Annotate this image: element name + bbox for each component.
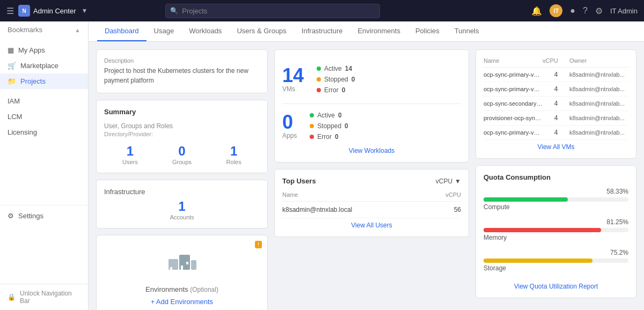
bookmarks-header[interactable]: Bookmarks ▲	[0, 21, 88, 38]
view-all-vms-link[interactable]: View All VMs	[484, 140, 628, 151]
top-users-title: Top Users	[282, 177, 316, 185]
view-workloads-link[interactable]: View Workloads	[282, 144, 461, 154]
tab-environments[interactable]: Environments	[350, 21, 407, 41]
memory-percent: 81.25%	[606, 218, 628, 226]
table-row: k8sadmin@ntnxlab.local 56	[282, 202, 461, 218]
apps-active-legend: Active 0	[310, 112, 348, 119]
user-label[interactable]: IT Admin	[610, 7, 638, 15]
status-icon[interactable]: ●	[570, 6, 575, 16]
vm-vcpu: 4	[543, 114, 569, 122]
main-layout: Bookmarks ▲ ▦ My Apps 🛒 Marketplace 📁 Pr…	[0, 21, 644, 310]
unlock-nav-bar[interactable]: 🔒 Unlock Navigation Bar	[0, 284, 88, 310]
view-all-users-link[interactable]: View All Users	[282, 218, 461, 229]
search-input[interactable]	[165, 4, 380, 18]
memory-bar-bg	[484, 228, 628, 232]
roles-stat: 1 Roles	[208, 144, 260, 165]
environments-optional: (Optional)	[190, 286, 218, 293]
sidebar-item-settings[interactable]: ⚙ Settings	[0, 205, 88, 224]
apps-count: 0	[282, 113, 297, 132]
accounts-label: Accounts	[104, 214, 260, 220]
svg-rect-3	[170, 267, 172, 270]
users-label: Users	[104, 159, 156, 165]
vm-name: ocp-sync-secondary-b4w9...	[484, 100, 543, 107]
user-name: k8sadmin@ntnxlab.local	[282, 206, 352, 213]
right-column: Name vCPU Owner ocp-sync-primary-vhg9w-.…	[475, 49, 636, 310]
view-quota-report-link[interactable]: View Quota Utilization Report	[484, 279, 628, 290]
sidebar-nav: ▦ My Apps 🛒 Marketplace 📁 Projects IAM L…	[0, 38, 88, 144]
help-icon[interactable]: ?	[583, 6, 588, 16]
groups-stat: 0 Groups	[156, 144, 208, 165]
vm-list-row: ocp-sync-primary-vhg9w-... 4 k8sadmin@nt…	[484, 82, 628, 97]
storage-bar	[484, 259, 592, 263]
storage-label: Storage	[484, 264, 628, 272]
expand-icon[interactable]: ▼	[81, 7, 87, 14]
avatar[interactable]: IT	[550, 4, 562, 17]
vm-name: ocp-sync-primary-vhg9w-...	[484, 129, 543, 136]
apps-count-block: 0 Apps	[282, 113, 297, 139]
bookmarks-arrow-icon: ▲	[75, 27, 80, 33]
vm-name: ocp-sync-primary-vhg9w-...	[484, 71, 543, 78]
sidebar-item-projects[interactable]: 📁 Projects	[0, 73, 88, 89]
error-dot	[317, 88, 321, 92]
apps-stopped-label: Stopped	[317, 122, 341, 130]
sidebar-item-label: Projects	[20, 77, 46, 85]
apps-icon: ▦	[8, 46, 14, 54]
apps-error-dot	[310, 135, 314, 139]
top-users-card: Top Users vCPU ▼ Name vCPU k8sadmin@ntnx…	[274, 169, 469, 237]
vm-list-row: ocp-sync-primary-vhg9w-... 4 k8sadmin@nt…	[484, 126, 628, 140]
vm-vcpu: 4	[543, 129, 569, 136]
sidebar-item-label: IAM	[8, 97, 20, 105]
search-bar: 🔍	[165, 4, 380, 18]
memory-bar	[484, 228, 601, 232]
roles-count: 1	[208, 144, 260, 159]
sidebar-item-label: My Apps	[18, 46, 45, 54]
summary-title: Summary	[104, 108, 260, 116]
sidebar-item-lcm[interactable]: LCM	[0, 109, 88, 124]
quota-title: Quota Consumption	[484, 173, 628, 181]
vm-owner: k8sadmin@ntnxlab...	[569, 100, 628, 107]
sidebar-item-label: LCM	[8, 113, 22, 121]
apps-legend: Active 0 Stopped 0 Error 0	[310, 112, 348, 141]
sidebar-item-marketplace[interactable]: 🛒 Marketplace	[0, 58, 88, 73]
menu-icon[interactable]: ☰	[6, 6, 14, 16]
apps-error-label: Error	[317, 133, 332, 141]
sidebar-item-my-apps[interactable]: ▦ My Apps	[0, 42, 88, 58]
description-label: Description	[104, 57, 260, 64]
tab-policies[interactable]: Policies	[408, 21, 447, 41]
sidebar-item-licensing[interactable]: Licensing	[0, 124, 88, 140]
memory-quota: 81.25% Memory	[484, 218, 628, 241]
left-column: Description Project to host the Kubernet…	[96, 49, 268, 310]
svg-rect-2	[191, 260, 196, 270]
tab-dashboard[interactable]: Dashboard	[97, 21, 147, 41]
environments-card: ! Environments (Optional)	[96, 235, 268, 310]
settings-icon[interactable]: ⚙	[595, 6, 603, 16]
stopped-dot	[317, 77, 321, 82]
app-logo: N Admin Center ▼	[18, 5, 87, 17]
users-sort[interactable]: vCPU ▼	[436, 178, 461, 185]
tab-workloads[interactable]: Workloads	[181, 21, 229, 41]
logo-icon: N	[18, 5, 30, 17]
notification-icon[interactable]: 🔔	[531, 6, 542, 16]
vm-owner: k8sadmin@ntnxlab...	[569, 86, 628, 92]
quota-card: Quota Consumption 58.33% Compute	[475, 165, 636, 298]
vm-name: ocp-sync-primary-vhg9w-...	[484, 86, 543, 92]
bookmarks-label: Bookmarks	[8, 26, 42, 34]
stopped-count: 0	[352, 76, 355, 83]
error-label: Error	[324, 86, 339, 94]
col-vcpu-header: vCPU	[445, 191, 461, 198]
vms-card: 14 VMs Active 14 Stopped	[274, 49, 469, 163]
apps-stopped-count: 0	[345, 122, 348, 130]
tab-tunnels[interactable]: Tunnels	[447, 21, 487, 41]
vm-list-header: Name vCPU Owner	[484, 57, 628, 68]
add-environments-button[interactable]: + Add Environments	[104, 298, 260, 306]
tab-infrastructure[interactable]: Infrastructure	[294, 21, 350, 41]
tab-users-groups[interactable]: Users & Groups	[229, 21, 294, 41]
vm-col-owner: Owner	[569, 57, 628, 64]
tab-usage[interactable]: Usage	[147, 21, 182, 41]
apps-stopped-dot	[310, 124, 314, 128]
infrastructure-card: Infrastructure 1 Accounts	[96, 180, 268, 228]
vm-list-row: ocp-sync-primary-vhg9w-... 4 k8sadmin@nt…	[484, 68, 628, 82]
sidebar-item-iam[interactable]: IAM	[0, 93, 88, 109]
active-label: Active	[324, 65, 342, 72]
add-icon: +	[151, 298, 155, 306]
